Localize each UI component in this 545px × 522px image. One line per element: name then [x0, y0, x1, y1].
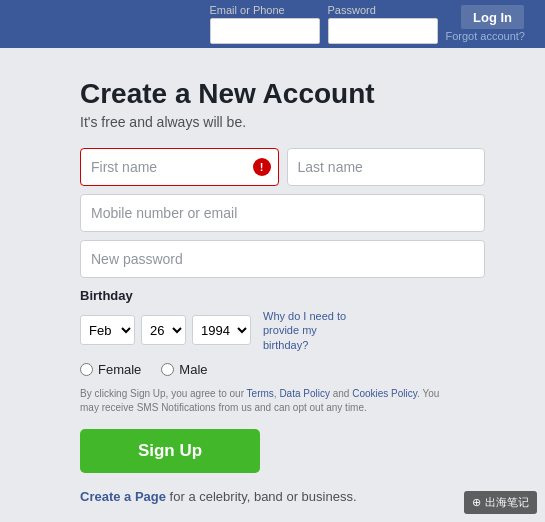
signup-form: ! Birthday Jan Feb Mar Apr May: [80, 148, 485, 504]
header: Email or Phone Password Log In Forgot ac…: [0, 0, 545, 48]
male-option[interactable]: Male: [161, 362, 207, 377]
header-right: Log In Forgot account?: [446, 4, 526, 44]
page-title: Create a New Account: [80, 78, 485, 110]
password-label: Password: [328, 4, 438, 16]
create-page-link[interactable]: Create a Page: [80, 489, 166, 504]
terms-link[interactable]: Terms: [247, 388, 274, 399]
birthday-day-select[interactable]: 25 26 27: [141, 315, 186, 345]
female-label: Female: [98, 362, 141, 377]
create-page-section: Create a Page for a celebrity, band or b…: [80, 489, 485, 504]
first-name-wrapper: !: [80, 148, 279, 186]
watermark: ⊕ 出海笔记: [464, 491, 537, 514]
last-name-input[interactable]: [287, 148, 486, 186]
watermark-text: 出海笔记: [485, 495, 529, 510]
new-password-wrapper: [80, 240, 485, 278]
forgot-account-link[interactable]: Forgot account?: [446, 30, 526, 42]
email-field-group: Email or Phone: [210, 4, 320, 44]
male-radio[interactable]: [161, 363, 174, 376]
password-field-group: Password: [328, 4, 438, 44]
mobile-email-input[interactable]: [80, 194, 485, 232]
watermark-icon: ⊕: [472, 496, 481, 509]
gender-row: Female Male: [80, 362, 485, 377]
create-page-text: for a celebrity, band or business.: [166, 489, 357, 504]
header-email-input[interactable]: [210, 18, 320, 44]
first-name-input[interactable]: [80, 148, 279, 186]
female-option[interactable]: Female: [80, 362, 141, 377]
main-content: Create a New Account It's free and alway…: [0, 48, 545, 522]
data-policy-link[interactable]: Data Policy: [279, 388, 330, 399]
birthday-section: Birthday Jan Feb Mar Apr May Jun Jul Aug…: [80, 288, 485, 352]
mobile-email-wrapper: [80, 194, 485, 232]
birthday-row: Jan Feb Mar Apr May Jun Jul Aug Sep Oct …: [80, 309, 485, 352]
birthday-label: Birthday: [80, 288, 485, 303]
last-name-wrapper: [287, 148, 486, 186]
page-subtitle: It's free and always will be.: [80, 114, 485, 130]
email-label: Email or Phone: [210, 4, 320, 16]
why-birthday-link[interactable]: Why do I need to provide my birthday?: [263, 309, 363, 352]
error-icon: !: [253, 158, 271, 176]
female-radio[interactable]: [80, 363, 93, 376]
birthday-year-select[interactable]: 1993 1994 1995: [192, 315, 251, 345]
cookies-link[interactable]: Cookies Policy: [352, 388, 417, 399]
new-password-input[interactable]: [80, 240, 485, 278]
birthday-month-select[interactable]: Jan Feb Mar Apr May Jun Jul Aug Sep Oct …: [80, 315, 135, 345]
name-row: !: [80, 148, 485, 186]
terms-text: By clicking Sign Up, you agree to our Te…: [80, 387, 460, 415]
login-button[interactable]: Log In: [460, 4, 525, 30]
male-label: Male: [179, 362, 207, 377]
signup-button[interactable]: Sign Up: [80, 429, 260, 473]
header-password-input[interactable]: [328, 18, 438, 44]
